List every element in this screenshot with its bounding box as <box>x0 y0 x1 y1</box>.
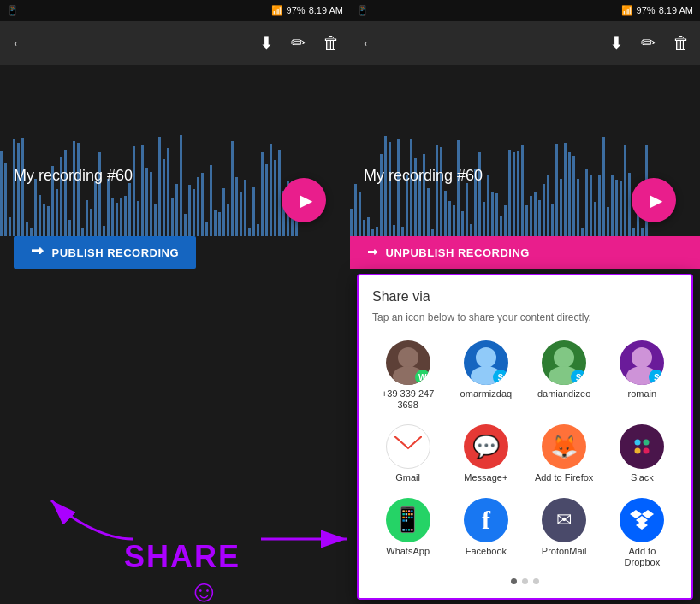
skype-badge-3: S <box>571 370 586 385</box>
whatsapp-label: WhatsApp <box>386 546 430 557</box>
right-waveform-area: My recording #60 <box>350 65 700 236</box>
svg-point-8 <box>632 347 652 368</box>
unpublish-label: UNPUBLISH RECORDING <box>386 246 530 259</box>
share-contact-1[interactable]: W +39 339 247 3698 <box>372 337 443 414</box>
contact-3-label: damiandizeo <box>537 388 590 400</box>
share-slack[interactable]: Slack <box>607 421 678 487</box>
svg-point-6 <box>554 347 574 368</box>
right-back-button[interactable]: ← <box>360 33 377 53</box>
left-panel: 📱 📶 97% 8:19 AM ← ⬇ ✏ 🗑 <box>0 0 350 604</box>
right-status-left: 📱 <box>357 5 369 16</box>
dropbox-icon <box>620 498 664 542</box>
right-recording-title: My recording #60 <box>364 167 483 185</box>
message-label: Message+ <box>464 472 507 483</box>
dot-1 <box>511 578 517 584</box>
status-left-icons: 📱 <box>7 5 19 16</box>
protonmail-icon: ✉ <box>542 498 586 542</box>
right-delete-button[interactable]: 🗑 <box>673 33 690 53</box>
dropbox-label: Add to Dropbox <box>610 546 674 568</box>
download-button[interactable]: ⬇ <box>259 33 274 53</box>
firefox-label: Add to Firefox <box>535 472 593 483</box>
right-status-bar: 📱 📶 97% 8:19 AM <box>350 0 700 21</box>
contact-1-label: +39 339 247 3698 <box>376 388 440 411</box>
share-apps-row2-grid: 📱 WhatsApp f Facebook ✉ ProtonMail <box>372 494 678 571</box>
right-battery: 97% <box>637 5 656 15</box>
right-status-right: 📶 97% 8:19 AM <box>621 5 693 16</box>
back-button[interactable]: ← <box>10 33 27 53</box>
unpublish-button[interactable]: ⮕ UNPUBLISH RECORDING <box>350 236 700 269</box>
svg-point-2 <box>398 347 418 368</box>
contact-4-label: romain <box>628 388 657 400</box>
share-dialog: Share via Tap an icon below to share you… <box>357 274 693 600</box>
right-panel: 📱 📶 97% 8:19 AM ← ⬇ ✏ 🗑 My recording #60… <box>350 0 700 604</box>
share-contacts-grid: W +39 339 247 3698 S omarmizdaq S damian… <box>372 337 678 414</box>
right-toolbar: ← ⬇ ✏ 🗑 <box>350 21 700 65</box>
share-dialog-subtitle: Tap an icon below to share your content … <box>372 311 678 323</box>
delete-button[interactable]: 🗑 <box>323 33 340 53</box>
smiley-icon: ☺ <box>188 573 220 604</box>
right-play-button[interactable] <box>632 178 676 222</box>
gmail-icon <box>386 424 430 469</box>
left-recording-title: My recording #60 <box>14 167 133 185</box>
unpublish-share-icon: ⮕ <box>367 246 379 259</box>
contact-2-label: omarmizdaq <box>460 388 513 400</box>
right-download-button[interactable]: ⬇ <box>609 33 624 53</box>
share-contact-3[interactable]: S damiandizeo <box>529 337 600 414</box>
firefox-icon: 🦊 <box>542 424 586 469</box>
svg-point-16 <box>635 448 641 454</box>
right-clock: 8:19 AM <box>659 5 693 15</box>
share-dropbox[interactable]: Add to Dropbox <box>607 494 678 571</box>
left-play-button[interactable] <box>282 178 326 222</box>
slack-icon <box>620 424 664 469</box>
avatar-3: S <box>542 340 586 385</box>
gmail-label: Gmail <box>395 472 420 483</box>
status-right: 📶 97% 8:19 AM <box>271 5 343 16</box>
facebook-icon: f <box>464 498 508 542</box>
svg-point-4 <box>476 347 496 368</box>
skype-badge-4: S <box>649 370 664 385</box>
protonmail-label: ProtonMail <box>542 546 587 557</box>
share-protonmail[interactable]: ✉ ProtonMail <box>529 494 600 571</box>
arrows-svg <box>0 445 350 604</box>
page-dots <box>372 578 678 584</box>
share-message[interactable]: 💬 Message+ <box>450 421 521 487</box>
share-whatsapp[interactable]: 📱 WhatsApp <box>372 494 443 571</box>
right-edit-button[interactable]: ✏ <box>641 33 656 53</box>
share-contact-2[interactable]: S omarmizdaq <box>450 337 521 414</box>
skype-badge-2: S <box>493 370 508 385</box>
svg-point-15 <box>644 440 650 446</box>
clock: 8:19 AM <box>309 5 343 15</box>
share-dialog-title: Share via <box>372 289 678 305</box>
battery-level: 97% <box>287 5 306 15</box>
whatsapp-badge-1: W <box>415 370 430 385</box>
wifi-icon: 📶 <box>271 5 283 16</box>
share-apps-row1-grid: Gmail 💬 Message+ 🦊 Add to Firefox <box>372 421 678 487</box>
svg-point-17 <box>644 448 650 454</box>
avatar-1: W <box>386 340 430 385</box>
share-facebook[interactable]: f Facebook <box>450 494 521 571</box>
facebook-label: Facebook <box>466 546 507 557</box>
avatar-2: S <box>464 340 508 385</box>
dot-2 <box>522 578 528 584</box>
waveform-area: // Generate wave bars via JS after page … <box>0 65 350 236</box>
svg-marker-21 <box>636 521 648 530</box>
avatar-4: S <box>620 340 664 385</box>
status-bar: 📱 📶 97% 8:19 AM <box>0 0 350 21</box>
dot-3 <box>533 578 539 584</box>
annotation-area: SHARE ☺ <box>0 222 350 604</box>
share-firefox[interactable]: 🦊 Add to Firefox <box>529 421 600 487</box>
svg-point-14 <box>635 440 641 446</box>
share-gmail[interactable]: Gmail <box>372 421 443 487</box>
whatsapp-icon: 📱 <box>386 498 430 542</box>
slack-label: Slack <box>631 472 654 483</box>
left-toolbar: ← ⬇ ✏ 🗑 <box>0 21 350 65</box>
share-annotation-text: SHARE <box>124 539 240 575</box>
share-contact-4[interactable]: S romain <box>607 337 678 414</box>
right-wifi-icon: 📶 <box>621 5 633 16</box>
edit-button[interactable]: ✏ <box>291 33 306 53</box>
message-icon: 💬 <box>464 424 508 469</box>
